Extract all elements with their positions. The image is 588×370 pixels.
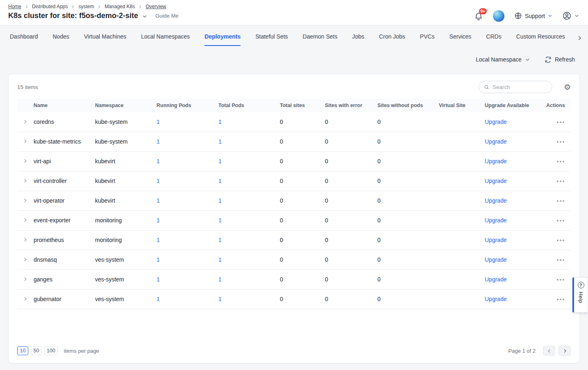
tenant-logo[interactable]	[493, 10, 504, 22]
tab-stateful-sets[interactable]: Stateful Sets	[255, 33, 288, 46]
row-actions-menu-icon[interactable]	[557, 200, 564, 202]
tab-jobs[interactable]: Jobs	[352, 33, 364, 46]
tab-pvcs[interactable]: PVCs	[420, 33, 435, 46]
total-pods-link[interactable]: 1	[218, 276, 222, 283]
table-body: corednskube-system11000Upgradekube-state…	[17, 112, 571, 309]
total-pods-link[interactable]: 1	[218, 256, 222, 263]
row-expand-chevron-icon[interactable]	[23, 218, 27, 222]
row-expand-chevron-icon[interactable]	[23, 178, 27, 183]
upgrade-link[interactable]: Upgrade	[485, 138, 507, 145]
cell-sites-without-pods: 0	[377, 151, 439, 171]
chevron-left-icon	[547, 349, 552, 353]
tabs-scroll-right-button[interactable]	[577, 35, 582, 41]
row-actions-menu-icon[interactable]	[557, 161, 564, 162]
breadcrumb-item[interactable]: Overview	[145, 4, 166, 9]
row-actions-menu-icon[interactable]	[557, 220, 564, 222]
running-pods-link[interactable]: 1	[157, 158, 160, 164]
tab-deployments[interactable]: Deployments	[204, 33, 241, 46]
row-expand-chevron-icon[interactable]	[23, 139, 27, 144]
running-pods-link[interactable]: 1	[157, 296, 160, 302]
row-actions-menu-icon[interactable]	[557, 299, 564, 300]
row-actions-menu-icon[interactable]	[557, 240, 564, 241]
cell-virtual-site	[439, 210, 485, 230]
cell-virtual-site	[439, 230, 485, 250]
running-pods-link[interactable]: 1	[157, 197, 160, 204]
running-pods-link[interactable]: 1	[157, 178, 160, 184]
search-box	[479, 81, 552, 93]
notifications-button[interactable]: 9+	[474, 11, 483, 21]
tab-crds[interactable]: CRDs	[486, 33, 501, 46]
tab-virtual-machines[interactable]: Virtual Machines	[84, 33, 126, 46]
upgrade-link[interactable]: Upgrade	[485, 276, 507, 283]
row-actions-menu-icon[interactable]	[557, 121, 564, 123]
guide-me-link[interactable]: Guide Me	[155, 13, 178, 19]
cell-total-sites: 0	[280, 210, 325, 230]
tab-local-namespaces[interactable]: Local Namespaces	[141, 33, 190, 46]
total-pods-link[interactable]: 1	[218, 237, 222, 243]
running-pods-link[interactable]: 1	[157, 276, 160, 283]
help-tab[interactable]: ? Help	[572, 277, 588, 313]
upgrade-link[interactable]: Upgrade	[485, 197, 507, 204]
breadcrumb-item[interactable]: Managed K8s	[104, 4, 135, 9]
total-pods-link[interactable]: 1	[218, 138, 222, 145]
total-pods-link[interactable]: 1	[218, 178, 222, 184]
account-menu[interactable]	[562, 11, 579, 21]
running-pods-link[interactable]: 1	[157, 256, 160, 263]
table-row: gangesves-system11000Upgrade	[17, 270, 571, 289]
row-expand-chevron-icon[interactable]	[23, 198, 27, 203]
search-input[interactable]	[493, 84, 547, 90]
cell-name: virt-operator	[34, 191, 95, 210]
tab-cron-jobs[interactable]: Cron Jobs	[379, 33, 405, 46]
table-row: virt-controllerkubevirt11000Upgrade	[17, 171, 571, 191]
breadcrumb-item[interactable]: Distributed Apps	[32, 4, 68, 9]
breadcrumb-item[interactable]: Home	[8, 4, 21, 9]
row-actions-menu-icon[interactable]	[557, 279, 564, 281]
next-page-button[interactable]	[558, 346, 571, 356]
total-pods-link[interactable]: 1	[218, 119, 222, 125]
upgrade-link[interactable]: Upgrade	[485, 296, 507, 302]
tab-daemon-sets[interactable]: Daemon Sets	[303, 33, 338, 46]
title-chevron-down-icon[interactable]	[142, 14, 147, 19]
tab-custom-resources[interactable]: Custom Resources	[516, 33, 565, 46]
cell-virtual-site	[439, 112, 485, 132]
table-settings-gear-icon[interactable]: ⚙	[564, 83, 571, 91]
tab-services[interactable]: Services	[450, 33, 472, 46]
upgrade-link[interactable]: Upgrade	[485, 217, 507, 224]
running-pods-link[interactable]: 1	[157, 217, 160, 224]
cell-sites-without-pods: 0	[377, 230, 439, 250]
page-size-50[interactable]: 50	[31, 346, 42, 355]
namespace-selector-label: Local Namespace	[476, 56, 522, 63]
row-expand-chevron-icon[interactable]	[23, 257, 27, 262]
row-actions-menu-icon[interactable]	[557, 259, 564, 261]
total-pods-link[interactable]: 1	[218, 217, 222, 224]
upgrade-link[interactable]: Upgrade	[485, 256, 507, 263]
refresh-button[interactable]: Refresh	[545, 56, 575, 63]
row-expand-chevron-icon[interactable]	[23, 119, 27, 124]
namespace-selector[interactable]: Local Namespace	[476, 56, 530, 63]
total-pods-link[interactable]: 1	[218, 197, 222, 204]
total-pods-link[interactable]: 1	[218, 158, 222, 164]
row-expand-chevron-icon[interactable]	[23, 297, 27, 301]
tab-nodes[interactable]: Nodes	[53, 33, 69, 46]
running-pods-link[interactable]: 1	[157, 138, 160, 145]
running-pods-link[interactable]: 1	[157, 237, 160, 243]
row-expand-chevron-icon[interactable]	[23, 238, 27, 242]
cell-name: dnsmasq	[34, 250, 95, 270]
page-size-100[interactable]: 100	[44, 346, 58, 355]
support-menu[interactable]: Support	[514, 12, 552, 20]
row-actions-menu-icon[interactable]	[557, 141, 564, 143]
tab-dashboard[interactable]: Dashboard	[10, 33, 38, 46]
total-pods-link[interactable]: 1	[218, 296, 222, 302]
upgrade-link[interactable]: Upgrade	[485, 119, 507, 125]
breadcrumb-item[interactable]: system	[78, 4, 94, 9]
running-pods-link[interactable]: 1	[157, 119, 160, 125]
row-expand-chevron-icon[interactable]	[23, 277, 27, 281]
previous-page-button[interactable]	[543, 346, 555, 356]
upgrade-link[interactable]: Upgrade	[485, 237, 507, 243]
row-actions-menu-icon[interactable]	[557, 180, 564, 182]
page-size-10[interactable]: 10	[17, 346, 28, 355]
upgrade-link[interactable]: Upgrade	[485, 178, 507, 184]
upgrade-link[interactable]: Upgrade	[485, 158, 507, 164]
row-expand-chevron-icon[interactable]	[23, 159, 27, 163]
column-header: Total Pods	[218, 99, 280, 112]
